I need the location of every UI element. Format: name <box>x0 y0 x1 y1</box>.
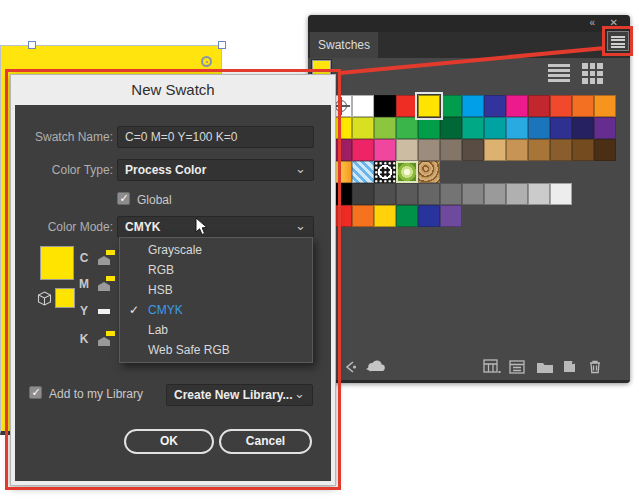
swatch[interactable] <box>418 161 440 183</box>
swatch[interactable] <box>594 139 616 161</box>
add-to-library-label: Add to my Library <box>49 387 143 401</box>
swatch[interactable] <box>550 117 572 139</box>
swatch[interactable] <box>374 183 396 205</box>
swatch[interactable] <box>352 161 374 183</box>
global-swatch-preview <box>56 289 74 307</box>
dialog-title: New Swatch <box>11 75 335 105</box>
swatch[interactable] <box>528 139 550 161</box>
selection-handle[interactable] <box>218 41 226 49</box>
color-type-dropdown[interactable]: Process Color ⌄ <box>117 159 314 181</box>
swatch[interactable] <box>440 117 462 139</box>
swatch[interactable] <box>572 117 594 139</box>
selection-handle[interactable] <box>28 41 36 49</box>
swatch[interactable] <box>418 183 440 205</box>
swatch[interactable] <box>374 95 396 117</box>
swatch-name-input[interactable]: C=0 M=0 Y=100 K=0 <box>117 126 314 148</box>
swatches-panel: « ✕ Swatches <box>308 15 630 383</box>
close-panel-icon[interactable]: ✕ <box>610 17 618 29</box>
swatch[interactable] <box>528 117 550 139</box>
panel-bottom-toolbar <box>308 353 630 383</box>
swatch[interactable] <box>484 95 506 117</box>
ok-button[interactable]: OK <box>124 429 214 454</box>
swatch[interactable] <box>374 205 396 227</box>
color-mode-dropdown[interactable]: CMYK ⌄ <box>117 216 314 238</box>
sync-cloud-icon[interactable] <box>364 360 386 374</box>
show-swatch-kinds-icon[interactable] <box>509 360 525 374</box>
color-mode-label: Color Mode: <box>15 220 113 234</box>
color-mode-menu-item[interactable]: ✓Lab <box>120 320 312 340</box>
swatch[interactable] <box>484 139 506 161</box>
new-color-group-icon[interactable] <box>536 360 554 374</box>
collapse-panel-icon[interactable]: « <box>589 17 594 29</box>
swatch[interactable] <box>396 117 418 139</box>
color-mode-menu-item[interactable]: ✓CMYK <box>120 300 312 320</box>
color-mode-menu-item[interactable]: ✓Web Safe RGB <box>120 340 312 360</box>
swatch[interactable] <box>572 95 594 117</box>
swatch[interactable] <box>396 161 418 183</box>
swatch[interactable] <box>594 95 616 117</box>
color-mode-menu-item[interactable]: ✓RGB <box>120 260 312 280</box>
swatch[interactable] <box>418 117 440 139</box>
swatch[interactable] <box>374 139 396 161</box>
cyan-slider-thumb[interactable] <box>98 256 110 265</box>
swatch[interactable] <box>550 183 572 205</box>
swatch[interactable] <box>572 139 594 161</box>
swatch[interactable] <box>352 205 374 227</box>
swatch[interactable] <box>352 183 374 205</box>
swatch[interactable] <box>550 95 572 117</box>
swatch[interactable] <box>396 95 418 117</box>
swatch[interactable] <box>528 95 550 117</box>
cancel-button[interactable]: Cancel <box>219 429 312 454</box>
panel-menu-icon[interactable] <box>607 31 629 51</box>
swatch[interactable] <box>484 183 506 205</box>
swatch[interactable] <box>440 139 462 161</box>
swatch[interactable] <box>440 95 462 117</box>
swatch[interactable] <box>396 205 418 227</box>
swatch[interactable] <box>462 139 484 161</box>
libraries-icon[interactable] <box>344 360 358 374</box>
swatch[interactable] <box>352 139 374 161</box>
swatch[interactable] <box>550 139 572 161</box>
new-swatch-dialog: New Swatch Swatch Name: C=0 M=0 Y=100 K=… <box>10 74 336 486</box>
swatch[interactable] <box>462 95 484 117</box>
list-view-icon[interactable] <box>548 64 570 84</box>
swatch-libraries-menu-icon[interactable] <box>483 359 501 374</box>
swatch[interactable] <box>352 117 374 139</box>
swatch[interactable] <box>418 139 440 161</box>
yellow-slider-bar[interactable] <box>98 309 110 314</box>
swatch[interactable] <box>440 183 462 205</box>
color-mode-menu-item[interactable]: ✓HSB <box>120 280 312 300</box>
swatch[interactable] <box>352 95 374 117</box>
new-swatch-icon[interactable] <box>562 359 577 374</box>
live-corner-widget[interactable] <box>201 56 212 67</box>
color-mode-menu-item[interactable]: ✓Grayscale <box>120 240 312 260</box>
swatch[interactable] <box>506 117 528 139</box>
black-slider-thumb[interactable] <box>98 337 110 346</box>
swatch[interactable] <box>484 117 506 139</box>
add-to-library-checkbox[interactable] <box>29 386 42 399</box>
swatch[interactable] <box>462 183 484 205</box>
swatch[interactable] <box>374 117 396 139</box>
swatch[interactable] <box>506 139 528 161</box>
swatch[interactable] <box>396 139 418 161</box>
tab-swatches[interactable]: Swatches <box>310 32 378 58</box>
library-dropdown[interactable]: Create New Library... ⌄ <box>166 384 313 406</box>
magenta-slider-thumb[interactable] <box>98 282 110 291</box>
global-checkbox[interactable] <box>117 192 130 205</box>
panel-titlebar <box>308 15 630 32</box>
swatch[interactable] <box>506 95 528 117</box>
swatch[interactable] <box>418 205 440 227</box>
chevron-down-icon: ⌄ <box>295 217 306 235</box>
delete-swatch-icon[interactable] <box>588 359 602 374</box>
panel-scrollbar[interactable] <box>308 380 630 383</box>
swatch[interactable] <box>594 117 616 139</box>
swatch[interactable] <box>506 183 528 205</box>
swatch[interactable] <box>396 183 418 205</box>
global-color-cube-icon <box>37 291 52 306</box>
grid-view-icon[interactable] <box>582 63 604 84</box>
swatch[interactable] <box>462 117 484 139</box>
swatch[interactable] <box>440 205 462 227</box>
swatch[interactable] <box>528 183 550 205</box>
swatch[interactable] <box>374 161 396 183</box>
swatch[interactable] <box>418 95 440 117</box>
